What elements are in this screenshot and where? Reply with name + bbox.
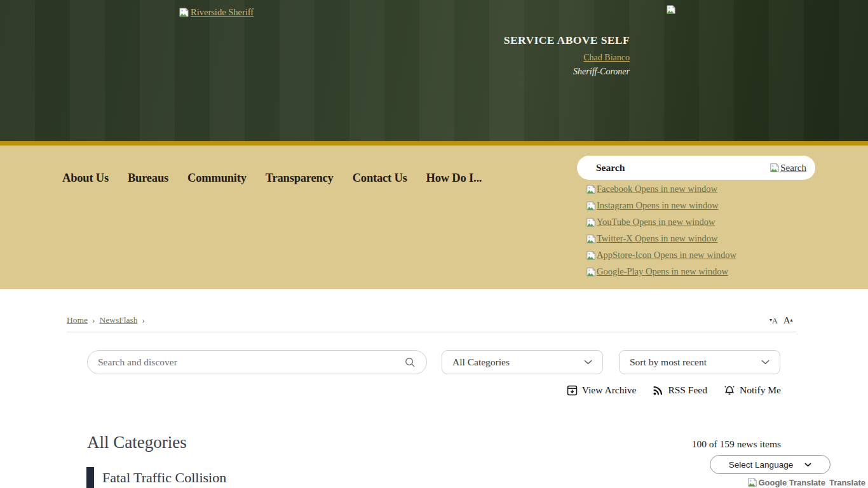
list-item: YouTube Opens in new window	[586, 217, 736, 227]
broken-image-icon	[666, 4, 676, 15]
page: Riverside Sheriff SERVICE ABOVE SELF Cha…	[0, 0, 868, 488]
site-search-submit-label: Search	[780, 163, 806, 173]
nav-item-about-us[interactable]: About Us	[62, 171, 109, 185]
social-link-instagram[interactable]: Instagram Opens in new window	[586, 200, 736, 211]
font-size-controls: ▾A A▴	[770, 316, 793, 325]
social-link-label: AppStore-Icon Opens in new window	[597, 250, 736, 261]
social-links-list: Facebook Opens in new window Instagram O…	[586, 184, 736, 283]
nav-item-bureaus[interactable]: Bureaus	[128, 171, 168, 185]
social-link-facebook[interactable]: Facebook Opens in new window	[586, 184, 736, 194]
nav-item-transparency[interactable]: Transparency	[266, 171, 334, 185]
list-item: Google-Play Opens in new window	[586, 266, 736, 277]
page-title: All Categories	[87, 433, 187, 452]
decrease-font-label: A	[772, 316, 778, 325]
news-item: Fatal Traffic Collision	[86, 467, 226, 488]
news-item-title-link[interactable]: Fatal Traffic Collision	[102, 470, 226, 486]
motto-text: SERVICE ABOVE SELF	[504, 34, 630, 47]
category-select[interactable]: All Categories	[442, 350, 603, 374]
nav-item-how-do-i[interactable]: How Do I...	[426, 171, 482, 185]
sort-select[interactable]: Sort by most recent	[619, 350, 780, 374]
site-search-submit-link[interactable]: Search	[770, 163, 806, 173]
sort-select-value: Sort by most recent	[630, 356, 707, 368]
list-item: AppStore-Icon Opens in new window	[586, 250, 736, 261]
broken-image-icon	[770, 163, 780, 173]
breadcrumb-separator: ›	[142, 315, 146, 325]
rss-icon	[653, 385, 663, 396]
broken-image-icon	[586, 267, 596, 277]
list-item: Twitter-X Opens in new window	[586, 233, 736, 244]
notify-me-button[interactable]: Notify Me	[724, 384, 781, 396]
category-select-value: All Categories	[452, 356, 510, 368]
sheriff-name-link[interactable]: Chad Bianco	[583, 53, 630, 63]
social-link-appstore[interactable]: AppStore-Icon Opens in new window	[586, 250, 736, 261]
gold-accent-stripe	[0, 141, 868, 146]
social-link-google-play[interactable]: Google-Play Opens in new window	[586, 266, 736, 277]
rss-feed-button[interactable]: RSS Feed	[653, 384, 707, 396]
social-link-youtube[interactable]: YouTube Opens in new window	[586, 217, 736, 227]
notify-me-label: Notify Me	[740, 384, 781, 396]
social-link-label: Twitter-X Opens in new window	[597, 233, 717, 244]
decrease-font-size-button[interactable]: ▾A	[770, 316, 778, 325]
view-archive-button[interactable]: View Archive	[567, 384, 637, 396]
archive-icon	[567, 385, 578, 396]
broken-image-icon	[179, 7, 189, 18]
social-link-label: Google-Play Opens in new window	[597, 266, 728, 277]
broken-image-icon	[747, 477, 757, 487]
language-select-value: Select Language	[729, 460, 793, 470]
increase-font-label: A	[783, 316, 790, 325]
bell-icon	[724, 385, 735, 396]
social-link-label: Facebook Opens in new window	[597, 184, 717, 194]
nav-item-community[interactable]: Community	[187, 171, 247, 185]
main-navigation: About Us Bureaus Community Transparency …	[62, 171, 482, 185]
news-actions: View Archive RSS Feed Notify Me	[567, 384, 781, 396]
nav-item-contact-us[interactable]: Contact Us	[353, 171, 407, 185]
site-search-input[interactable]	[596, 162, 770, 173]
triangle-up-icon: ▴	[790, 316, 793, 323]
google-translate-alt-text: Google Translate	[758, 478, 825, 487]
social-link-label: YouTube Opens in new window	[597, 217, 715, 227]
main-content: Home›NewsFlash› ▾A A▴ All Categories Sor…	[0, 289, 868, 488]
navigation-band: About Us Bureaus Community Transparency …	[0, 146, 868, 289]
social-link-label: Instagram Opens in new window	[597, 200, 719, 211]
chevron-down-icon	[584, 360, 592, 365]
breadcrumb: Home›NewsFlash›	[67, 315, 149, 325]
breadcrumb-separator: ›	[92, 315, 95, 325]
news-item-accent-bar	[86, 467, 94, 488]
language-select[interactable]: Select Language	[710, 455, 831, 474]
broken-image-icon	[586, 184, 596, 194]
list-item: Instagram Opens in new window	[586, 200, 736, 211]
broken-image-icon	[586, 217, 596, 227]
rss-feed-label: RSS Feed	[668, 384, 707, 396]
divider	[67, 332, 796, 332]
broken-image-icon	[586, 250, 596, 261]
site-header: Riverside Sheriff SERVICE ABOVE SELF Cha…	[0, 0, 868, 141]
site-search-bar: Search	[577, 156, 815, 180]
view-archive-label: View Archive	[582, 384, 637, 396]
news-items-count: 100 of 159 news items	[692, 438, 781, 450]
news-search-input[interactable]	[98, 356, 404, 368]
broken-image-icon	[586, 201, 596, 211]
google-translate-attribution[interactable]: Google Translate Translate	[747, 477, 865, 487]
news-search-bar	[87, 350, 427, 374]
header-right-block: SERVICE ABOVE SELF Chad Bianco Sheriff-C…	[504, 34, 630, 77]
search-icon[interactable]	[404, 356, 416, 369]
broken-image-icon	[586, 234, 596, 244]
social-link-twitter-x[interactable]: Twitter-X Opens in new window	[586, 233, 736, 244]
chevron-down-icon	[761, 360, 770, 365]
list-item: Facebook Opens in new window	[586, 184, 736, 194]
site-logo-alt-text: Riverside Sheriff	[191, 7, 254, 18]
increase-font-size-button[interactable]: A▴	[783, 316, 793, 325]
chevron-down-icon	[804, 463, 811, 467]
breadcrumb-newsflash-link[interactable]: NewsFlash	[100, 315, 138, 325]
site-logo-link[interactable]: Riverside Sheriff	[179, 7, 254, 18]
breadcrumb-home-link[interactable]: Home	[67, 315, 88, 325]
sheriff-title-text: Sheriff-Coroner	[504, 67, 630, 77]
translate-label: Translate	[829, 478, 865, 487]
